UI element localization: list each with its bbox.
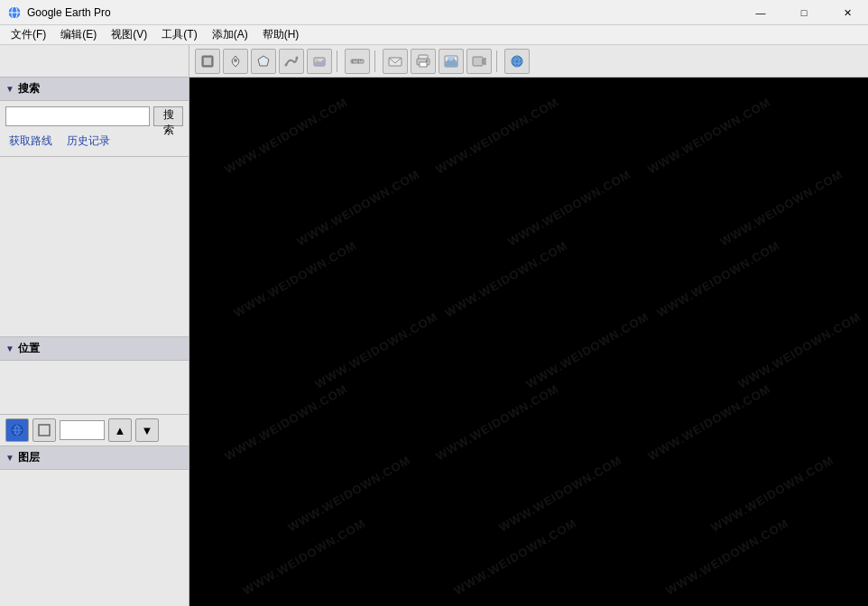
- menu-tools[interactable]: 工具(T): [154, 25, 204, 44]
- search-section-label: 搜索: [18, 81, 40, 96]
- placemark-button[interactable]: [223, 49, 248, 74]
- search-results-area: [0, 157, 189, 337]
- menu-edit[interactable]: 编辑(E): [53, 25, 104, 44]
- globe-nav-button[interactable]: [5, 418, 29, 442]
- watermark-10: WWW.WEIDOWN.COM: [313, 310, 440, 391]
- window-controls: — □ ✕: [740, 0, 868, 25]
- watermark-7: WWW.WEIDOWN.COM: [232, 238, 359, 319]
- overlay-button[interactable]: [307, 49, 332, 74]
- toolbar-tools: [189, 45, 868, 77]
- path-button[interactable]: [279, 49, 304, 74]
- watermark-9: WWW.WEIDOWN.COM: [654, 238, 781, 319]
- watermark-14: WWW.WEIDOWN.COM: [434, 381, 561, 463]
- watermark-overlay: WWW.WEIDOWN.COM WWW.WEIDOWN.COM WWW.WEID…: [189, 78, 868, 606]
- layers-section-header[interactable]: ▼ 图层: [0, 446, 189, 470]
- history-link[interactable]: 历史记录: [67, 133, 110, 149]
- polygon-button[interactable]: [251, 49, 276, 74]
- nav-buttons: ▲ ▼: [0, 415, 189, 446]
- search-section: 搜索 获取路线 历史记录: [0, 101, 189, 157]
- layers-arrow-icon: ▼: [5, 453, 14, 463]
- watermark-1: WWW.WEIDOWN.COM: [223, 96, 350, 177]
- svg-point-11: [316, 59, 319, 61]
- watermark-11: WWW.WEIDOWN.COM: [524, 310, 651, 391]
- menu-help[interactable]: 帮助(H): [255, 25, 307, 44]
- get-directions-link[interactable]: 获取路线: [9, 133, 52, 149]
- toolbar-spacer: [0, 45, 189, 77]
- svg-point-26: [512, 56, 522, 67]
- explore-button[interactable]: [504, 49, 530, 74]
- svg-rect-5: [204, 58, 211, 65]
- main-layout: ▼ 搜索 搜索 获取路线 历史记录 ▼ 位置: [0, 78, 868, 606]
- watermark-21: WWW.WEIDOWN.COM: [663, 516, 790, 597]
- toolbar-sep-2: [374, 50, 378, 72]
- layers-section-label: 图层: [18, 450, 40, 465]
- watermark-16: WWW.WEIDOWN.COM: [286, 454, 413, 535]
- menu-file[interactable]: 文件(F): [4, 25, 53, 44]
- svg-rect-20: [420, 62, 427, 67]
- hand-tool-button[interactable]: [195, 49, 220, 74]
- position-arrow-icon: ▼: [5, 344, 14, 354]
- app-icon: [7, 5, 22, 20]
- search-links: 获取路线 历史记录: [5, 132, 183, 151]
- svg-point-8: [285, 63, 288, 66]
- position-content: [0, 361, 189, 415]
- toolbar-row: [0, 45, 868, 78]
- menu-view[interactable]: 视图(V): [104, 25, 154, 44]
- menu-add[interactable]: 添加(A): [205, 25, 255, 44]
- left-panel: ▼ 搜索 搜索 获取路线 历史记录 ▼ 位置: [0, 78, 189, 606]
- email-button[interactable]: [383, 49, 408, 74]
- watermark-18: WWW.WEIDOWN.COM: [708, 454, 836, 535]
- save-image-button[interactable]: [439, 49, 464, 74]
- search-button[interactable]: 搜索: [153, 106, 183, 126]
- svg-marker-25: [483, 58, 485, 65]
- watermark-4: WWW.WEIDOWN.COM: [295, 167, 422, 248]
- svg-rect-24: [473, 57, 483, 66]
- nav-down-button[interactable]: ▼: [135, 418, 159, 442]
- search-arrow-icon: ▼: [5, 84, 14, 94]
- position-input[interactable]: [60, 420, 105, 440]
- watermark-5: WWW.WEIDOWN.COM: [506, 167, 633, 248]
- print-button[interactable]: [411, 49, 436, 74]
- app-title: Google Earth Pro: [27, 6, 861, 19]
- toolbar-sep-1: [337, 50, 340, 72]
- search-row: 搜索: [5, 106, 183, 126]
- watermark-20: WWW.WEIDOWN.COM: [452, 516, 579, 597]
- watermark-6: WWW.WEIDOWN.COM: [717, 167, 845, 248]
- watermark-15: WWW.WEIDOWN.COM: [645, 381, 772, 463]
- title-bar: Google Earth Pro — □ ✕: [0, 0, 868, 25]
- menu-bar: 文件(F) 编辑(E) 视图(V) 工具(T) 添加(A) 帮助(H): [0, 25, 868, 45]
- position-section-header[interactable]: ▼ 位置: [0, 337, 189, 361]
- toolbar-sep-3: [496, 50, 500, 72]
- svg-rect-32: [39, 425, 50, 436]
- nav-up-button[interactable]: ▲: [108, 418, 132, 442]
- svg-point-6: [234, 59, 237, 62]
- maximize-button[interactable]: □: [783, 0, 825, 25]
- watermark-12: WWW.WEIDOWN.COM: [735, 310, 863, 391]
- layers-content: [0, 470, 189, 606]
- position-section-label: 位置: [18, 341, 40, 356]
- close-button[interactable]: ✕: [826, 0, 868, 25]
- watermark-3: WWW.WEIDOWN.COM: [645, 96, 772, 177]
- watermark-8: WWW.WEIDOWN.COM: [443, 238, 570, 319]
- measure-button[interactable]: [345, 49, 370, 74]
- search-section-header[interactable]: ▼ 搜索: [0, 78, 189, 101]
- movie-button[interactable]: [466, 49, 492, 74]
- square-nav-button[interactable]: [32, 418, 56, 442]
- map-viewport[interactable]: WWW.WEIDOWN.COM WWW.WEIDOWN.COM WWW.WEID…: [189, 78, 868, 606]
- watermark-2: WWW.WEIDOWN.COM: [434, 96, 561, 177]
- search-input[interactable]: [5, 106, 150, 126]
- watermark-19: WWW.WEIDOWN.COM: [241, 516, 368, 597]
- svg-point-9: [296, 56, 299, 59]
- svg-marker-7: [258, 56, 269, 66]
- svg-point-21: [426, 60, 428, 61]
- watermark-13: WWW.WEIDOWN.COM: [223, 381, 350, 463]
- minimize-button[interactable]: —: [740, 0, 781, 25]
- watermark-17: WWW.WEIDOWN.COM: [497, 454, 624, 535]
